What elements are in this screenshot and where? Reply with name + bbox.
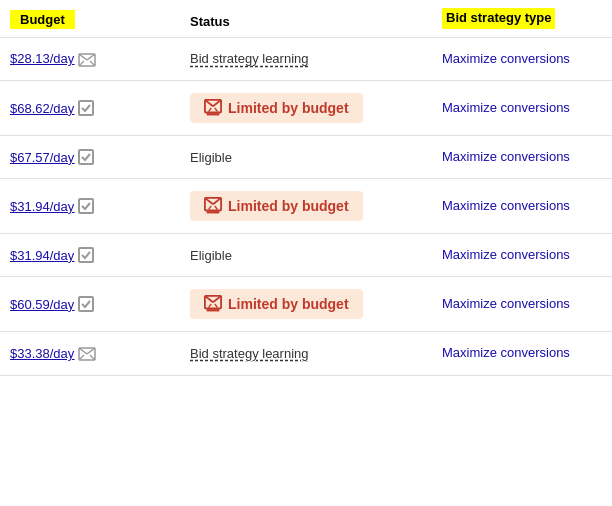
svg-line-20 xyxy=(209,304,212,308)
bid-strategy-link[interactable]: Maximize conversions xyxy=(442,247,570,262)
budget-cell: $67.57/day xyxy=(0,136,180,179)
status-cell: Eligible xyxy=(180,234,432,277)
svg-line-6 xyxy=(205,100,213,106)
bid-strategy-cell: Maximize conversions xyxy=(432,136,612,179)
limited-badge-text: Limited by budget xyxy=(228,296,349,312)
bid-strategy-link[interactable]: Maximize conversions xyxy=(442,100,570,115)
budget-edit-icon[interactable] xyxy=(78,149,94,165)
status-cell: Eligible xyxy=(180,136,432,179)
status-header-label: Status xyxy=(190,14,230,29)
bid-strategy-cell: Maximize conversions xyxy=(432,234,612,277)
svg-line-21 xyxy=(215,304,218,308)
bid-strategy-cell: Maximize conversions xyxy=(432,277,612,332)
status-cell: Limited by budget xyxy=(180,277,432,332)
svg-line-1 xyxy=(79,54,87,60)
budget-amount[interactable]: $68.62/day xyxy=(10,101,74,116)
budget-header-label: Budget xyxy=(10,10,75,29)
table-row: $67.57/day EligibleMaximize conversions xyxy=(0,136,612,179)
budget-amount[interactable]: $31.94/day xyxy=(10,199,74,214)
bid-strategy-link[interactable]: Maximize conversions xyxy=(442,198,570,213)
budget-edit-icon[interactable] xyxy=(78,198,94,214)
budget-cell: $31.94/day xyxy=(0,179,180,234)
svg-line-15 xyxy=(215,206,218,210)
budget-amount[interactable]: $28.13/day xyxy=(10,51,74,66)
table-row: $31.94/day Limited by budgetMaximize con… xyxy=(0,179,612,234)
status-cell: Bid strategy learning xyxy=(180,332,432,375)
status-text: Bid strategy learning xyxy=(190,346,309,361)
bid-strategy-cell: Maximize conversions xyxy=(432,81,612,136)
limited-by-budget-badge: Limited by budget xyxy=(190,289,363,319)
bid-strategy-cell: Maximize conversions xyxy=(432,332,612,375)
budget-cell: $28.13/day xyxy=(0,37,180,80)
budget-envelope-icon[interactable] xyxy=(78,51,96,67)
status-cell: Bid strategy learning xyxy=(180,37,432,80)
budget-amount[interactable]: $31.94/day xyxy=(10,248,74,263)
svg-line-25 xyxy=(87,348,95,354)
bid-strategy-link[interactable]: Maximize conversions xyxy=(442,296,570,311)
svg-line-12 xyxy=(205,198,213,204)
budget-edit-icon[interactable] xyxy=(78,296,94,312)
limited-icon xyxy=(204,99,222,117)
budget-cell: $33.38/day xyxy=(0,332,180,375)
budget-amount[interactable]: $60.59/day xyxy=(10,297,74,312)
bid-strategy-link[interactable]: Maximize conversions xyxy=(442,149,570,164)
budget-column-header: Budget xyxy=(0,0,180,37)
table-row: $60.59/day Limited by budgetMaximize con… xyxy=(0,277,612,332)
budget-amount[interactable]: $67.57/day xyxy=(10,150,74,165)
budget-edit-icon[interactable] xyxy=(78,100,94,116)
svg-line-7 xyxy=(213,100,221,106)
bid-strategy-cell: Maximize conversions xyxy=(432,37,612,80)
limited-icon xyxy=(204,197,222,215)
svg-line-8 xyxy=(209,108,212,112)
budget-amount[interactable]: $33.38/day xyxy=(10,346,74,361)
table-row: $68.62/day Limited by budgetMaximize con… xyxy=(0,81,612,136)
budget-cell: $31.94/day xyxy=(0,234,180,277)
svg-line-9 xyxy=(215,108,218,112)
svg-line-2 xyxy=(87,54,95,60)
status-column-header: Status xyxy=(180,0,432,37)
limited-badge-text: Limited by budget xyxy=(228,198,349,214)
status-text: Eligible xyxy=(190,248,232,263)
svg-line-14 xyxy=(209,206,212,210)
bid-strategy-link[interactable]: Maximize conversions xyxy=(442,345,570,360)
table-row: $28.13/day Bid strategy learningMaximize… xyxy=(0,37,612,80)
svg-line-13 xyxy=(213,198,221,204)
budget-edit-icon[interactable] xyxy=(78,247,94,263)
budget-cell: $60.59/day xyxy=(0,277,180,332)
svg-line-24 xyxy=(79,348,87,354)
status-text: Bid strategy learning xyxy=(190,51,309,66)
bid-strategy-link[interactable]: Maximize conversions xyxy=(442,51,570,66)
bid-strategy-column-header: Bid strategy type xyxy=(432,0,612,37)
limited-by-budget-badge: Limited by budget xyxy=(190,191,363,221)
limited-by-budget-badge: Limited by budget xyxy=(190,93,363,123)
svg-line-19 xyxy=(213,296,221,302)
status-cell: Limited by budget xyxy=(180,81,432,136)
bid-strategy-header-label: Bid strategy type xyxy=(442,8,555,29)
status-text: Eligible xyxy=(190,150,232,165)
svg-line-18 xyxy=(205,296,213,302)
status-cell: Limited by budget xyxy=(180,179,432,234)
bid-strategy-cell: Maximize conversions xyxy=(432,179,612,234)
budget-cell: $68.62/day xyxy=(0,81,180,136)
limited-icon xyxy=(204,295,222,313)
limited-badge-text: Limited by budget xyxy=(228,100,349,116)
table-row: $31.94/day EligibleMaximize conversions xyxy=(0,234,612,277)
budget-envelope-icon[interactable] xyxy=(78,346,96,362)
table-row: $33.38/day Bid strategy learningMaximize… xyxy=(0,332,612,375)
